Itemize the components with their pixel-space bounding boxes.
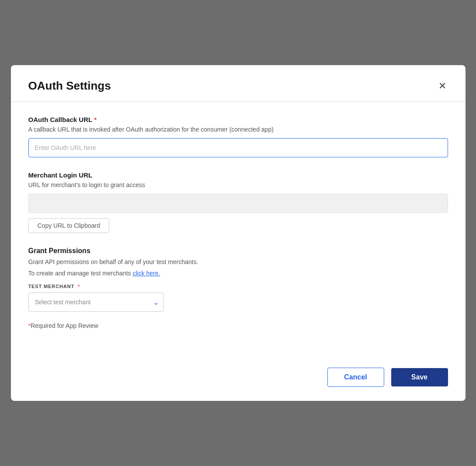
grant-permissions-description: Grant API permissions on behalf of any o… [28, 258, 448, 265]
modal-footer: Cancel Save [11, 357, 466, 401]
modal-title: OAuth Settings [28, 79, 111, 93]
merchant-login-input[interactable] [28, 194, 448, 213]
required-note: *Required for App Review [28, 322, 448, 329]
oauth-callback-section: OAuth Callback URL* A callback URL that … [28, 116, 448, 157]
copy-url-button[interactable]: Copy URL to Clipboard [28, 218, 109, 233]
modal-overlay: OAuth Settings ✕ OAuth Callback URL* A c… [0, 0, 476, 466]
test-merchant-select[interactable]: Select test merchant [28, 292, 164, 312]
oauth-callback-description: A callback URL that is invoked after OAu… [28, 126, 448, 133]
click-here-link[interactable]: click here. [132, 270, 160, 277]
test-merchant-required-star: * [76, 284, 80, 289]
oauth-callback-label: OAuth Callback URL* [28, 116, 448, 123]
merchant-login-label: Merchant Login URL [28, 171, 448, 179]
oauth-settings-modal: OAuth Settings ✕ OAuth Callback URL* A c… [11, 65, 466, 401]
cancel-button[interactable]: Cancel [327, 368, 384, 387]
oauth-callback-required-star: * [94, 116, 97, 123]
close-button[interactable]: ✕ [437, 80, 448, 93]
grant-permissions-section: Grant Permissions Grant API permissions … [28, 247, 448, 329]
modal-header: OAuth Settings ✕ [11, 65, 466, 101]
modal-body: OAuth Callback URL* A callback URL that … [11, 102, 466, 357]
grant-permissions-title: Grant Permissions [28, 247, 448, 255]
close-icon: ✕ [438, 81, 446, 91]
merchant-login-description: URL for merchant's to login to grant acc… [28, 181, 448, 188]
grant-permissions-link-line: To create and manage test merchants clic… [28, 270, 448, 277]
test-merchant-label: TEST MERCHANT * [28, 284, 448, 289]
oauth-callback-input[interactable] [28, 138, 448, 157]
merchant-login-section: Merchant Login URL URL for merchant's to… [28, 171, 448, 233]
save-button[interactable]: Save [391, 368, 448, 386]
test-merchant-select-wrapper: Select test merchant ⌄ [28, 292, 164, 312]
